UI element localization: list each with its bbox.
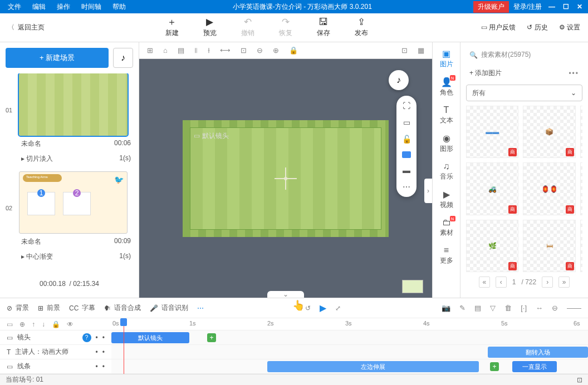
clip-show[interactable]: 一直显示: [512, 361, 557, 372]
status-resize[interactable]: ⊡: [577, 376, 582, 384]
bg-button[interactable]: ⊘ 背景: [7, 303, 29, 313]
tl-add-icon[interactable]: ⊕: [19, 320, 25, 328]
snap-icon[interactable]: ⊡: [401, 46, 408, 55]
asset-search[interactable]: 🔍搜索素材(25975): [466, 48, 582, 62]
maximize-button[interactable]: ☐: [563, 3, 569, 11]
preview-button[interactable]: ▶预览: [203, 17, 217, 38]
tl-down-icon[interactable]: ↓: [42, 320, 45, 328]
asset-item[interactable]: 🧍商: [580, 106, 582, 158]
tab-music[interactable]: ♫音乐: [435, 159, 458, 184]
bracket-icon[interactable]: [·]: [521, 304, 527, 312]
width-icon[interactable]: ↔: [536, 304, 543, 312]
playhead[interactable]: [124, 318, 124, 374]
minimap[interactable]: [402, 280, 423, 293]
add-image-button[interactable]: + 添加图片: [469, 68, 502, 78]
edit-icon[interactable]: ✎: [459, 304, 465, 312]
expand-icon[interactable]: ⤢: [335, 304, 341, 312]
zoom-out-tl[interactable]: ⊖: [552, 304, 558, 312]
filter-icon[interactable]: ▽: [490, 304, 496, 312]
home-icon[interactable]: ⌂: [163, 46, 168, 55]
grid-icon[interactable]: ▦: [418, 46, 424, 55]
timeline-ruler[interactable]: 0s 1s 2s 3s 4s 5s 6s: [111, 318, 588, 330]
new-scene-button[interactable]: + 新建场景: [6, 48, 109, 68]
camera-icon[interactable]: ▭: [403, 118, 410, 127]
menu-action[interactable]: 操作: [51, 2, 76, 12]
settings-button[interactable]: ⚙ 设置: [559, 23, 580, 32]
track-line[interactable]: ▭ 线条••: [0, 359, 111, 373]
canvas-stage[interactable]: ▭ 默认镜头: [183, 120, 389, 237]
filter-dropdown[interactable]: 所有⌄: [466, 85, 582, 101]
panel-collapse[interactable]: ›: [424, 179, 432, 203]
scene-item[interactable]: 01 未命名00:06 ▸ 切片淡入1(s): [6, 73, 133, 166]
timeline-pull[interactable]: ⌄: [267, 291, 304, 298]
rewind-icon[interactable]: ↺: [305, 304, 311, 312]
scene-thumb[interactable]: Teaching Aims 🐦 1 2: [19, 171, 128, 234]
tab-image[interactable]: ▣图片: [435, 46, 458, 72]
upgrade-button[interactable]: 升级账户: [473, 1, 509, 13]
center-icon[interactable]: ⊡: [241, 46, 247, 55]
save-button[interactable]: 🖫保存: [317, 17, 330, 38]
page-last[interactable]: »: [558, 277, 570, 288]
login-button[interactable]: 登录/注册: [513, 2, 542, 12]
tts-button[interactable]: 🗣 语音合成: [104, 303, 141, 313]
add-keyframe[interactable]: +: [490, 362, 499, 371]
layer-icon[interactable]: ▤: [178, 46, 184, 55]
zoom-in-icon[interactable]: ⊕: [273, 46, 279, 55]
zoom-slider[interactable]: ——: [567, 304, 581, 312]
asset-item[interactable]: 📦商: [523, 106, 575, 158]
play-icon[interactable]: ▶: [320, 303, 326, 313]
tab-more[interactable]: ≡更多: [435, 243, 458, 268]
asset-item[interactable]: 🎆商: [580, 162, 582, 215]
bgm-button[interactable]: ♪: [113, 48, 133, 68]
more-icon[interactable]: ⋯: [403, 182, 410, 191]
tl-up-icon[interactable]: ↑: [32, 320, 35, 328]
back-home[interactable]: 〈 返回主页: [0, 23, 52, 32]
tab-asset[interactable]: 🗀素材N: [435, 215, 458, 240]
asset-item[interactable]: 🏮🏮商: [523, 162, 575, 215]
scene-thumb[interactable]: [19, 73, 128, 136]
tab-video[interactable]: ▶视频: [435, 186, 458, 213]
align-h-icon[interactable]: ⫴: [194, 46, 198, 55]
device-icon[interactable]: ▬: [403, 166, 410, 175]
close-button[interactable]: ✕: [577, 3, 582, 11]
dist-icon[interactable]: ⟷: [220, 46, 231, 55]
new-button[interactable]: ＋新建: [165, 17, 179, 38]
clip-extend[interactable]: 左边伸展: [267, 361, 479, 372]
zoom-out-icon[interactable]: ⊖: [257, 46, 263, 55]
minimize-button[interactable]: —: [548, 3, 555, 11]
asr-button[interactable]: 🎤 语音识别: [150, 303, 188, 313]
add-keyframe[interactable]: +: [207, 333, 216, 342]
subtitle-button[interactable]: CC 字幕: [69, 303, 95, 313]
fullscreen-icon[interactable]: ⛶: [403, 101, 410, 110]
bg-color-icon[interactable]: [402, 151, 411, 158]
tl-lock-icon[interactable]: 🔒: [52, 320, 60, 328]
track-camera[interactable]: ▭ 镜头?••: [0, 330, 111, 344]
asset-item[interactable]: 🛏商: [523, 220, 575, 272]
asset-item[interactable]: 🧍‍♀️商: [580, 220, 582, 272]
track-presenter[interactable]: T 主讲人：动画大师••: [0, 345, 111, 359]
tab-text[interactable]: T文本: [435, 102, 458, 128]
asset-item[interactable]: 🌿商: [466, 220, 518, 272]
more-tools[interactable]: ⋯: [197, 304, 204, 312]
history-button[interactable]: ↺ 历史: [527, 23, 547, 32]
menu-timeline[interactable]: 时间轴: [76, 2, 107, 12]
menu-edit[interactable]: 编辑: [27, 2, 51, 12]
del-icon[interactable]: 🗑: [504, 304, 512, 312]
menu-help[interactable]: 帮助: [107, 2, 131, 12]
unlock-icon[interactable]: 🔓: [402, 135, 411, 144]
snapshot-icon[interactable]: 📷: [442, 304, 450, 312]
asset-item[interactable]: ▬▬商: [466, 106, 518, 158]
undo-button[interactable]: ↶撤销: [241, 17, 254, 38]
music-float-button[interactable]: ♪: [389, 70, 409, 90]
asset-item[interactable]: 🚜商: [466, 162, 518, 215]
publish-button[interactable]: ⇪发布: [355, 17, 368, 38]
menu-file[interactable]: 文件: [2, 2, 27, 12]
tl-collapse-icon[interactable]: ▭: [7, 320, 13, 328]
more-options[interactable]: •••: [569, 70, 579, 77]
tl-eye-icon[interactable]: 👁: [67, 320, 74, 328]
clip-camera[interactable]: 默认镜头: [111, 332, 189, 343]
scene-item[interactable]: 02 Teaching Aims 🐦 1 2 未命名00:09 ▸ 中心渐变1(…: [6, 171, 133, 264]
page-next[interactable]: ›: [542, 277, 553, 288]
fg-button[interactable]: ⊞ 前景: [38, 303, 60, 313]
feedback-button[interactable]: ▭ 用户反馈: [481, 23, 516, 32]
